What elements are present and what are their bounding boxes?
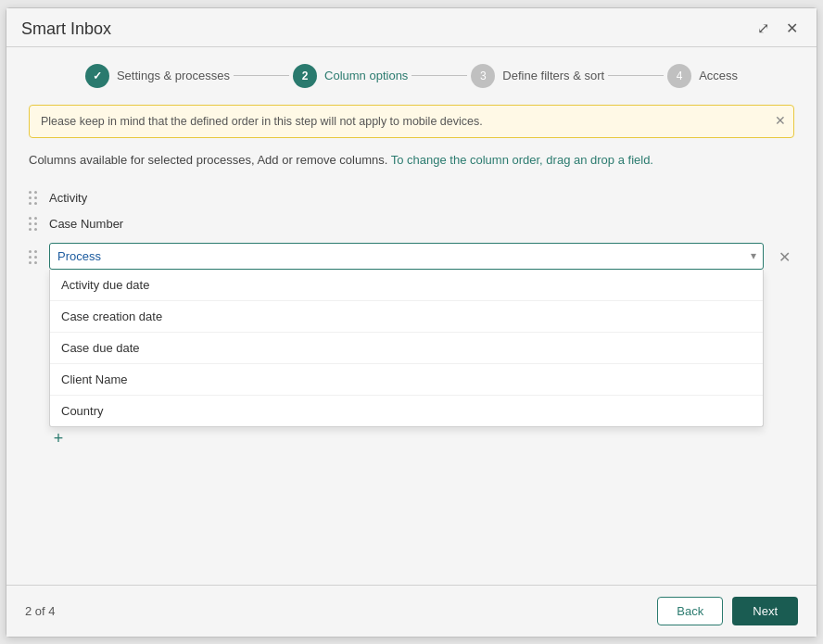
step-connector-2 — [412, 75, 467, 76]
smart-inbox-modal: Smart Inbox ⤢ ✕ ✓ Settings & processes 2… — [6, 7, 817, 638]
drag-handle-case-number[interactable] — [29, 217, 38, 232]
step-4-circle: 4 — [667, 64, 691, 88]
column-row-process: ▾ Activity due date Case creation date C… — [29, 237, 794, 275]
stepper: ✓ Settings & processes 2 Column options … — [6, 47, 817, 105]
warning-banner: Please keep in mind that the defined ord… — [29, 105, 794, 138]
step-4-label: Access — [699, 69, 738, 82]
drag-handle-process[interactable] — [29, 250, 38, 265]
modal-header: Smart Inbox ⤢ ✕ — [6, 8, 817, 47]
process-select-input[interactable] — [49, 243, 764, 270]
modal-title: Smart Inbox — [21, 19, 111, 39]
warning-text: Please keep in mind that the defined ord… — [41, 115, 483, 128]
process-select-wrapper: ▾ Activity due date Case creation date C… — [49, 243, 764, 270]
columns-list: Activity Case Number — [29, 185, 794, 454]
process-dropdown-list: Activity due date Case creation date Cas… — [49, 270, 764, 427]
step-3: 3 Define filters & sort — [471, 64, 604, 88]
next-button[interactable]: Next — [732, 597, 798, 625]
step-2: 2 Column options — [293, 64, 408, 88]
step-1: ✓ Settings & processes — [85, 64, 230, 88]
close-icon: ✕ — [786, 20, 798, 36]
back-button[interactable]: Back — [657, 597, 723, 625]
expand-icon: ⤢ — [757, 20, 769, 36]
step-4: 4 Access — [667, 64, 738, 88]
column-row-activity: Activity — [29, 185, 794, 211]
description-text: Columns available for selected processes… — [29, 153, 794, 167]
add-column-row: + — [29, 423, 794, 454]
modal-body: Please keep in mind that the defined ord… — [6, 105, 817, 585]
remove-process-button[interactable]: ✕ — [775, 246, 794, 268]
add-column-icon[interactable]: + — [49, 429, 68, 448]
expand-button[interactable]: ⤢ — [753, 19, 773, 38]
dropdown-item-activity-due-date[interactable]: Activity due date — [50, 270, 763, 301]
column-label-case-number: Case Number — [49, 217, 794, 231]
header-icons: ⤢ ✕ — [753, 19, 802, 38]
warning-close-button[interactable]: ✕ — [775, 113, 786, 128]
step-1-label: Settings & processes — [117, 69, 230, 82]
modal-footer: 2 of 4 Back Next — [6, 585, 817, 637]
dropdown-item-client-name[interactable]: Client Name — [50, 364, 763, 396]
dropdown-item-case-creation-date[interactable]: Case creation date — [50, 301, 763, 333]
dropdown-item-country[interactable]: Country — [50, 396, 763, 426]
step-connector-3 — [608, 75, 664, 76]
page-indicator: 2 of 4 — [25, 604, 56, 618]
close-button[interactable]: ✕ — [782, 19, 802, 38]
step-2-circle: 2 — [293, 64, 317, 88]
step-3-label: Define filters & sort — [502, 69, 604, 82]
footer-buttons: Back Next — [657, 597, 798, 625]
step-2-label: Column options — [324, 69, 408, 82]
step-1-circle: ✓ — [85, 64, 109, 88]
description-link[interactable]: To change the column order, drag an drop… — [391, 153, 653, 167]
column-row-case-number: Case Number — [29, 211, 794, 237]
step-3-circle: 3 — [471, 64, 495, 88]
drag-handle-activity[interactable] — [29, 191, 38, 206]
column-label-activity: Activity — [49, 191, 794, 205]
step-connector-1 — [234, 75, 289, 76]
dropdown-item-case-due-date[interactable]: Case due date — [50, 333, 763, 364]
